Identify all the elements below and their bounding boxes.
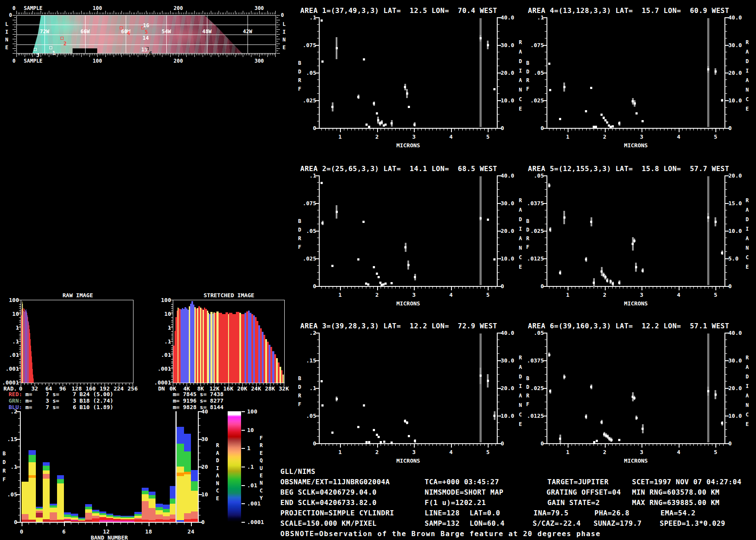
spectrum-ytick-major-left <box>315 73 319 73</box>
band-bar-segment <box>121 517 127 518</box>
spectrum-xtick-label: 2 <box>603 449 607 455</box>
spectrum-ytick-major-left <box>315 286 319 287</box>
spectrum-y2axis-label: A <box>519 365 522 370</box>
spectrum-point <box>413 124 416 126</box>
hist-stat-label: RED: <box>9 391 22 397</box>
hist-stat-text: m= 9196 s= 8277 <box>173 398 223 403</box>
spectrum-xtick-minor <box>690 444 690 446</box>
spectrum-xtick-minor <box>403 287 403 289</box>
band-xtick <box>134 523 135 524</box>
spectrum-xaxis-label: MICRONS <box>624 143 648 148</box>
area-annotation: 16 <box>143 23 149 28</box>
band-yaxis-label: D <box>3 460 6 465</box>
spectrum-xtick-minor <box>414 444 414 446</box>
hist-xtick-minor <box>24 383 25 385</box>
hist-stat-text: m= 9828 s= 8144 <box>173 404 223 410</box>
hist-ytick-minor <box>19 308 21 308</box>
sample-axis-zero: 0 <box>13 6 16 11</box>
spectrum-point <box>408 106 410 108</box>
spectrum-ytick-minor <box>725 238 727 238</box>
spectrum-xtick-minor <box>344 287 344 289</box>
spectrum-ytick-major-right <box>498 128 501 129</box>
spectrum-ytick-major-right <box>498 100 501 101</box>
spectrum-xtick-minor <box>473 287 473 289</box>
spectrum-ytick-minor <box>498 217 499 217</box>
spectrum-y2axis-label: A <box>746 236 749 241</box>
spectrum-point <box>563 216 565 219</box>
spectrum-y2axis-label: N <box>746 245 749 251</box>
spectrum-yaxis-label: B <box>526 219 529 224</box>
spectrum-xtick-label: 3 <box>412 292 416 298</box>
band-xtick-label: 12 <box>103 529 110 534</box>
spectrum-xtick-minor <box>601 287 601 289</box>
line-axis-label: E <box>283 45 286 50</box>
spectrum-point <box>391 122 393 124</box>
spectrum-ytick-minor <box>545 409 546 409</box>
area-title: AREA 3=(39,28,3,3) LAT= 12.2 LON= 72.9 W… <box>300 323 497 330</box>
spectrum-xtick-minor <box>366 129 366 130</box>
band-ytick-major-left <box>16 467 20 467</box>
band-bar-segment <box>99 513 106 515</box>
spectrum-xtick-minor <box>708 444 708 446</box>
band-bar-segment <box>71 518 78 519</box>
spectrum-ytick-major-left <box>543 443 546 444</box>
spectrum-ytick-minor <box>317 238 319 238</box>
spectrum-ytick-minor <box>545 121 546 121</box>
spectrum-ytick-major-right <box>498 416 501 416</box>
hist-xtick-minor <box>52 383 53 385</box>
spectrum-xtick-minor <box>645 287 646 289</box>
spectrum-y2axis-label: E <box>746 106 749 111</box>
spectrum-y2axis-label: E <box>519 422 522 427</box>
spectrum-xtick-minor <box>660 287 661 289</box>
area-marker-square <box>34 48 37 51</box>
hist-xtick-minor <box>63 383 63 385</box>
spectrum-y2tick-label: 10.0 <box>501 98 514 103</box>
spectrum-ytick-minor <box>545 346 546 347</box>
area-marker-square <box>60 37 64 40</box>
spectrum-point <box>606 280 608 282</box>
hist-ytick-major <box>169 368 173 369</box>
spectrum-ytick-minor <box>725 279 727 280</box>
band-xtick <box>149 523 149 526</box>
spectrum-xtick-minor <box>627 444 627 446</box>
spectrum-xtick-minor <box>333 129 333 130</box>
spectrum-ytick-minor <box>317 395 319 395</box>
spectrum-xtick-minor <box>466 129 466 130</box>
spectrum-point <box>336 211 338 213</box>
spectrum-point <box>559 272 561 274</box>
spectrum-ytick-major-right <box>498 388 501 389</box>
spectrum-xtick-minor <box>586 444 587 446</box>
spectrum-xtick-minor <box>642 287 642 289</box>
hist-xtick-minor <box>108 383 108 385</box>
spectrum-xtick-minor <box>586 129 587 130</box>
spectrum-xtick-minor <box>697 129 698 130</box>
band-bar-segment <box>163 516 170 520</box>
spectrum-ytick-label: .05 <box>306 228 316 234</box>
spectrum-ytick-major-right <box>498 45 501 46</box>
spectrum-ytick-minor <box>725 245 727 245</box>
spectrum-y2axis-label: D <box>519 217 522 222</box>
spectrum-xtick-minor <box>418 287 418 289</box>
spectrum-ytick-minor <box>725 121 727 121</box>
band-ytick-minor-right <box>199 480 200 481</box>
spectrum-xtick-label: 5 <box>486 292 490 298</box>
hist-xtick-minor <box>49 383 49 385</box>
band-ytick-minor-right <box>199 446 200 446</box>
band-bar-segment <box>163 509 170 512</box>
band-bar-segment <box>163 505 170 509</box>
band-bar-segment <box>142 491 149 494</box>
hist-ytick-major <box>17 355 21 355</box>
spectrum-xtick-minor <box>377 444 378 446</box>
spectrum-xtick-minor <box>667 287 668 289</box>
spectrum-ytick-major-right <box>498 333 501 334</box>
spectrum-xtick-label: 3 <box>640 449 643 455</box>
spectrum-ytick-minor <box>317 38 319 38</box>
area-marker-label: 3 <box>36 53 39 58</box>
spectrum-xtick-minor <box>601 444 601 446</box>
spectrum-ytick-minor <box>498 367 499 368</box>
spectrum-xtick-minor <box>337 129 337 130</box>
spectrum-point <box>368 126 370 128</box>
spectrum-xtick-minor <box>377 129 378 130</box>
spectrum-yaxis-label: D <box>298 69 301 74</box>
spectrum-xtick-minor <box>333 444 333 446</box>
